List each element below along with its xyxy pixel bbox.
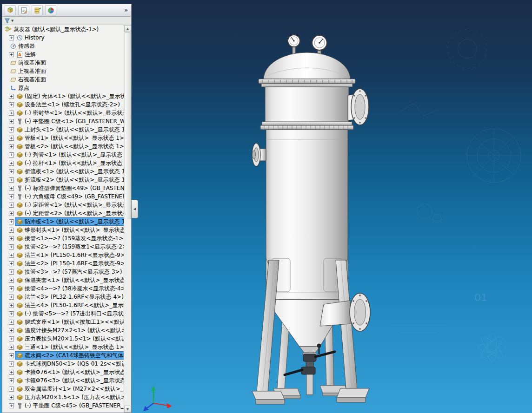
tree-item[interactable]: +A注解 [2, 50, 124, 59]
tree-item-body[interactable]: (-) 标准型弹簧垫圈<49> (GB_FASTENER [15, 184, 124, 192]
expand-plus-icon[interactable]: + [9, 228, 14, 233]
tree-item-body[interactable]: 管板<2> (默认<<默认>_显示状态 1>) [15, 143, 124, 150]
expand-plus-icon[interactable]: + [9, 52, 14, 57]
scrollbar-thumb[interactable] [125, 33, 131, 219]
tree-root-item[interactable]: 蒸发器 (默认<默认_显示状态-1>) [2, 25, 124, 33]
expand-plus-icon[interactable]: + [9, 244, 14, 249]
tree-item[interactable]: +法兰<1> (PL150-1.6RF<显示状态-9>) [2, 251, 124, 259]
tree-item[interactable]: +折流板<2> (默认<<默认>_显示状态 1>) [2, 176, 124, 184]
expand-plus-icon[interactable]: + [9, 94, 14, 99]
expand-plus-icon[interactable]: + [9, 127, 14, 132]
expand-plus-icon[interactable]: + [9, 320, 14, 325]
tree-scrollbar[interactable]: ▲ ▼ [124, 25, 131, 413]
tree-item-body[interactable]: 卡式球阀DN50<1> (IQS-01-2s<<默认> [15, 360, 124, 367]
tree-item-body[interactable]: (-) 定距管<1> (默认<<默认>_显示状态 1 [15, 201, 124, 209]
scroll-up-button[interactable]: ▲ [124, 25, 131, 32]
tree-item-body[interactable]: 上视基准面 [9, 67, 47, 75]
expand-plus-icon[interactable]: + [9, 253, 14, 258]
tree-item-body[interactable]: 卡箍Φ76<3> (默认<<默认>_显示状态 1 [15, 377, 124, 384]
expand-plus-icon[interactable]: + [9, 269, 14, 275]
expand-plus-icon[interactable]: + [9, 102, 14, 107]
tree-item-body[interactable]: 右视基准面 [9, 76, 47, 83]
tree-item-body[interactable]: 接管<3>-->? (57蒸汽<显示状态-3>) [15, 268, 123, 275]
tree-item[interactable]: +保温夹套<1> (默认<<默认>_显示状态 1 [2, 276, 124, 284]
tree-item[interactable]: +压力表M20×1.5<1> (压力表<<默认>_显 [2, 393, 124, 401]
tree-item-body[interactable]: 三通<1> (默认<<默认>_显示状态 1>) [15, 343, 124, 351]
tree-item-body[interactable]: (-) 拉杆<1> (默认<<默认>_显示状态 1> [15, 159, 124, 167]
tab-display-manager[interactable] [45, 5, 56, 15]
expand-plus-icon[interactable]: + [9, 403, 14, 408]
expand-plus-icon[interactable]: + [9, 119, 14, 124]
tree-item[interactable]: +(-) 定距管<1> (默认<<默认>_显示状态 1 [2, 201, 124, 209]
expand-plus-icon[interactable]: + [9, 144, 14, 149]
tree-item-body[interactable]: (-) 平垫圈 C级<45> (GB_FASTENER_WA [15, 402, 124, 409]
tree-item[interactable]: +接管<2>-->? (159蒸发1<显示状态-2>) [2, 243, 124, 251]
tree-item[interactable]: +腿式支座<1> (默认<按加工1><<默认>_显 [2, 318, 124, 326]
tree-item[interactable]: +(-) 定距管<2> (默认<<默认>_显示状态 1 [2, 209, 124, 217]
tree-item-body[interactable]: (-) 六角螺母 C级<49> (GB_FASTENER_N [15, 193, 124, 200]
tree-item-body[interactable]: 双金属温度计<1> (M27×2<<默认>_显示 [15, 385, 124, 393]
tree-item[interactable]: +疏水阀<2> (CA14球墨铸铁空气和气体疏 [2, 351, 124, 360]
scroll-down-button[interactable]: ▼ [124, 406, 131, 413]
tree-item-body[interactable]: 保温夹套<1> (默认<<默认>_显示状态 1 [15, 276, 124, 284]
tree-item[interactable]: +(-) 平垫圈 C级<45> (GB_FASTENER_WA [2, 401, 124, 410]
expand-plus-icon[interactable]: + [9, 169, 14, 174]
expand-plus-icon[interactable]: + [9, 136, 14, 141]
tree-item[interactable]: +双金属温度计<1> (M27×2<<默认>_显示 [2, 385, 124, 393]
tree-item-body[interactable]: (固定) 壳体<1> (默认<<默认>_显示状态 [15, 92, 124, 100]
tree-item[interactable]: +(-) 六角螺母 C级<49> (GB_FASTENER_N [2, 192, 124, 201]
expand-plus-icon[interactable]: + [9, 361, 14, 367]
tree-item-body[interactable]: 折流板<1> (默认<<默认>_显示状态 1>) [15, 168, 124, 175]
tree-item[interactable]: +锥形封头<1> (默认<<默认>_显示状态 1 [2, 226, 124, 234]
tree-item[interactable]: +设备法兰<1> (螺纹孔<显示状态-2>) [2, 100, 124, 109]
tree-item-body[interactable]: (-) 定距管<2> (默认<<默认>_显示状态 1 [15, 210, 124, 217]
expand-plus-icon[interactable]: + [9, 311, 14, 316]
tree-item[interactable]: +History [2, 33, 124, 42]
tree-item[interactable]: +接管<4>-->? (38冷凝水<显示状态-4>) [2, 284, 124, 293]
tree-item-body[interactable]: 前视基准面 [9, 59, 47, 66]
tree-item[interactable]: +温度计接头M27×2<1> (默认<<默认>_显 [2, 326, 124, 334]
tree-item-body[interactable]: 法兰<1> (PL150-1.6RF<显示状态-9>) [15, 251, 124, 259]
expand-plus-icon[interactable]: + [9, 286, 14, 291]
expand-plus-icon[interactable]: + [9, 186, 14, 191]
tree-item-body[interactable]: 防冲板<1> (默认<<默认>_显示状态 1>) [15, 218, 124, 225]
tree-item-body[interactable]: 腿式支座<1> (默认<按加工1><<默认>_显 [15, 318, 124, 326]
tree-item-body[interactable]: 疏水阀<2> (CA14球墨铸铁空气和气体疏 [15, 352, 124, 359]
tree-item-body[interactable]: 接管<4>-->? (38冷凝水<显示状态-4>) [15, 285, 124, 292]
tree-item-body[interactable]: 接管<2>-->? (159蒸发1<显示状态-2>) [15, 243, 124, 250]
tree-item[interactable]: +(-) 平垫圈 C级<1> (GB_FASTENER_WAS [2, 117, 124, 125]
tree-item-body[interactable]: 卡箍Φ76<1> (默认<<默认>_显示状态 1 [15, 368, 124, 376]
expand-plus-icon[interactable]: + [9, 194, 14, 199]
tree-item-body[interactable]: 压力表接头M20×1.5<1> (默认<<默认> [15, 335, 124, 342]
expand-plus-icon[interactable]: + [9, 161, 14, 166]
tree-item[interactable]: +接管<1>-->? (159蒸发<显示状态-1>) [2, 234, 124, 243]
tree-item[interactable]: +卡箍Φ76<3> (默认<<默认>_显示状态 1 [2, 376, 124, 385]
tab-feature-manager-tree[interactable] [5, 5, 16, 15]
tree-item[interactable]: +管板<2> (默认<<默认>_显示状态 1>) [2, 142, 124, 151]
tree-item[interactable]: +(-) 列管<1> (默认<<默认>_显示状态 1> [2, 151, 124, 159]
expand-plus-icon[interactable]: + [9, 211, 14, 216]
tree-item-body[interactable]: 接管<1>-->? (159蒸发<显示状态-1>) [15, 235, 124, 242]
tree-item[interactable]: +接管<3>-->? (57蒸汽<显示状态-3>) [2, 268, 124, 276]
tree-item[interactable]: +法兰<4> (PL50-1.6RF<<默认>_显示状态 [2, 301, 124, 309]
expand-plus-icon[interactable]: + [9, 345, 14, 350]
tree-item-body[interactable]: History [15, 34, 46, 41]
expand-plus-icon[interactable]: + [9, 236, 14, 241]
tree-item-body[interactable]: 法兰<3> (PL32-1.6RF<显示状态-4>) [15, 293, 124, 301]
tree-item-body[interactable]: 设备法兰<1> (螺纹孔<显示状态-2>) [15, 101, 121, 108]
tree-item[interactable]: 原点 [2, 84, 124, 92]
tree-item-body[interactable]: 法兰<4> (PL50-1.6RF<<默认>_显示状态 [15, 302, 124, 309]
expand-plus-icon[interactable]: + [9, 261, 14, 266]
tree-item[interactable]: +(-) 标准型弹簧垫圈<49> (GB_FASTENER [2, 184, 124, 192]
tree-item[interactable]: +防冲板<1> (默认<<默认>_显示状态 1>) [2, 217, 124, 226]
tree-item[interactable]: 传感器 [2, 42, 124, 50]
tree-item[interactable]: 上视基准面 [2, 67, 124, 75]
tree-filter-row[interactable]: ▼ [2, 17, 131, 25]
tree-item-body[interactable]: 压力表M20×1.5<1> (压力表<<默认>_显 [15, 393, 124, 401]
tree-item-body[interactable]: 传感器 [9, 42, 36, 50]
expand-plus-icon[interactable]: + [9, 328, 14, 333]
tree-item-body[interactable]: (-) 列管<1> (默认<<默认>_显示状态 1> [15, 151, 124, 158]
expand-plus-icon[interactable]: + [9, 378, 14, 383]
tree-item-body[interactable]: 温度计接头M27×2<1> (默认<<默认>_显 [15, 327, 124, 334]
tree-item[interactable]: +上封头<1> (默认<<默认>_显示状态 1>) [2, 125, 124, 134]
